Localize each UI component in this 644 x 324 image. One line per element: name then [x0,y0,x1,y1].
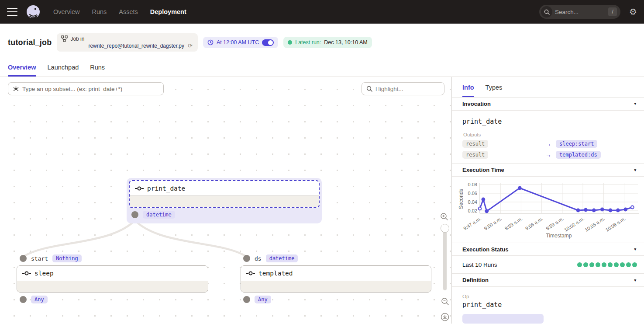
run-dot[interactable] [608,262,613,267]
global-search[interactable]: / [539,5,620,19]
run-dot[interactable] [589,262,594,267]
output-pin[interactable] [131,211,138,218]
details-sidebar: Info Types Invocation ▾ print_date Outpu… [452,77,644,324]
nav-item-runs[interactable]: Runs [92,8,107,15]
search-icon [366,86,372,92]
svg-text:10:02 a.m.: 10:02 a.m. [563,216,585,232]
op-subset-filter[interactable] [8,82,164,95]
invocation-op-name: print_date [462,118,637,125]
latest-run-time-link[interactable]: Dec 13, 10:10 AM [324,39,367,45]
section-definition-header[interactable]: Definition ▾ [452,274,644,287]
section-execution-status-header[interactable]: Execution Status ▾ [452,243,644,256]
run-status-dot [288,40,292,45]
tab-overview[interactable]: Overview [8,64,36,77]
node-body [241,281,431,293]
node-print-date[interactable]: print_date [129,180,320,208]
type-badge-any[interactable]: Any [31,296,48,303]
node-name: print_date [147,185,185,192]
nav-item-assets[interactable]: Assets [119,8,138,15]
nav-item-overview[interactable]: Overview [53,8,79,15]
zoom-in-icon[interactable] [438,211,450,222]
section-definition-body: Op print_date [452,287,644,324]
page-tabs: Overview Launchpad Runs [8,64,105,77]
repo-path-link[interactable]: rewrite_repo@tutorial_rewrite_dagster.py [88,43,184,49]
run-dot[interactable] [602,262,606,267]
run-dot[interactable] [632,262,637,267]
zoom-slider-knob[interactable] [441,224,449,233]
schedule-badge: At 12:00 AM UTC [203,37,278,48]
dagster-logo[interactable] [25,4,41,20]
chevron-down-icon[interactable]: ▾ [634,247,636,251]
output-to-link[interactable]: templated:ds [556,151,601,159]
section-title: Execution Time [462,167,504,173]
section-title: Invocation [462,101,491,107]
output-row: result → sleep:start [462,140,637,148]
latest-run-label: Latest run: [295,39,321,45]
reload-repo-icon[interactable]: ⟳ [188,42,193,49]
input-pin[interactable] [20,255,27,262]
hamburger-menu-icon[interactable] [7,8,17,16]
tab-info[interactable]: Info [462,84,474,97]
type-badge-datetime[interactable]: datetime [143,211,175,219]
node-print-date-selection: print_date datetime [127,178,322,223]
node-templated[interactable]: templated [241,265,431,293]
last-runs-dots[interactable] [577,262,637,267]
last-runs-label: Last 10 Runs [462,261,497,268]
svg-text:10:05 a.m.: 10:05 a.m. [584,216,606,232]
op-graph-canvas[interactable]: print_date datetime start Nothing [0,77,452,324]
svg-text:9:50 a.m.: 9:50 a.m. [483,216,503,231]
tab-launchpad[interactable]: Launchpad [48,64,79,77]
svg-text:9:53 a.m.: 9:53 a.m. [504,216,523,231]
run-dot[interactable] [626,262,631,267]
page-header: tutorial_job Job in rewrite_repo@tutoria… [0,24,644,77]
definition-badge [462,314,544,324]
chevron-down-icon[interactable]: ▾ [634,101,636,106]
execution-time-chart: 0.020.040.060.089:47 a.m.9:50 a.m.9:53 a… [458,179,641,241]
run-dot[interactable] [596,262,600,267]
gear-icon[interactable]: ⚙ [629,7,637,16]
op-kind-label: Op [462,294,637,299]
highlight-filter[interactable] [362,82,444,95]
tab-runs[interactable]: Runs [90,64,105,77]
run-dot[interactable] [614,262,619,267]
run-dot[interactable] [620,262,625,267]
schedule-toggle[interactable] [262,39,274,46]
type-badge-datetime[interactable]: datetime [266,254,298,262]
section-execution-time-header[interactable]: Execution Time ▾ [452,164,644,177]
section-invocation-header[interactable]: Invocation ▾ [452,98,644,111]
section-execution-status-body: Last 10 Runs [452,256,644,274]
tab-types[interactable]: Types [486,84,503,97]
chevron-down-icon[interactable]: ▾ [634,168,636,172]
type-badge-any[interactable]: Any [255,296,271,303]
nav-item-deployment[interactable]: Deployment [150,8,186,15]
output-from-badge: result [462,140,488,148]
zoom-reset-icon[interactable] [439,311,451,323]
output-pin[interactable] [20,296,27,303]
chevron-down-icon[interactable]: ▾ [634,278,636,282]
node-body [130,196,319,207]
templated-input-row: ds datetime [243,254,298,262]
sleep-input-row: start Nothing [20,254,82,262]
highlight-input[interactable] [375,86,440,92]
svg-text:0.04: 0.04 [468,199,477,205]
input-pin[interactable] [243,255,250,262]
type-badge-nothing[interactable]: Nothing [52,254,82,262]
zoom-out-icon[interactable] [439,296,451,307]
job-location-badge: Job in rewrite_repo@tutorial_rewrite_dag… [57,33,198,52]
search-shortcut-key: / [608,7,617,16]
search-input[interactable] [552,9,608,15]
zoom-slider-track[interactable] [443,225,447,290]
node-sleep[interactable]: sleep [17,265,208,293]
schedule-label: At 12:00 AM UTC [217,39,259,45]
run-dot[interactable] [577,262,582,267]
svg-text:10:08 a.m.: 10:08 a.m. [604,216,626,232]
sleep-output-row: Any [20,296,48,303]
output-to-link[interactable]: sleep:start [556,140,597,148]
run-dot[interactable] [583,262,588,267]
svg-text:9:59 a.m.: 9:59 a.m. [545,216,565,231]
output-pin[interactable] [243,296,250,303]
svg-text:Seconds: Seconds [458,189,464,209]
search-icon [541,6,552,17]
op-subset-input[interactable] [22,86,159,92]
clock-icon [207,39,214,45]
